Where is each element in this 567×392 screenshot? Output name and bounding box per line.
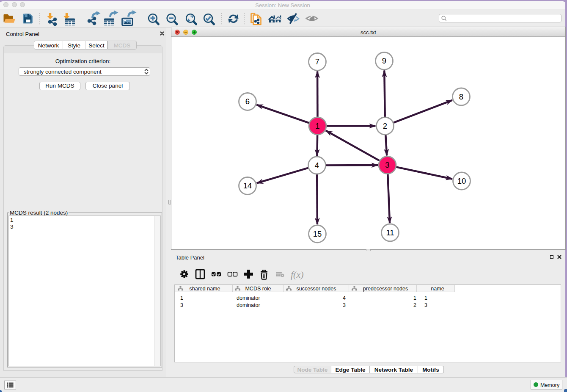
svg-text:2: 2 — [383, 121, 387, 130]
svg-text:6: 6 — [245, 97, 250, 106]
svg-text:9: 9 — [382, 56, 386, 65]
svg-text:15: 15 — [313, 229, 322, 238]
svg-text:1: 1 — [315, 121, 319, 130]
svg-text:4: 4 — [315, 161, 319, 170]
svg-text:14: 14 — [243, 181, 252, 190]
svg-text:f(x): f(x) — [291, 269, 304, 280]
svg-text:7: 7 — [315, 57, 319, 66]
svg-text:11: 11 — [386, 228, 394, 237]
svg-text:10: 10 — [457, 177, 466, 185]
svg-text:3: 3 — [385, 160, 389, 169]
svg-text:8: 8 — [459, 92, 463, 101]
